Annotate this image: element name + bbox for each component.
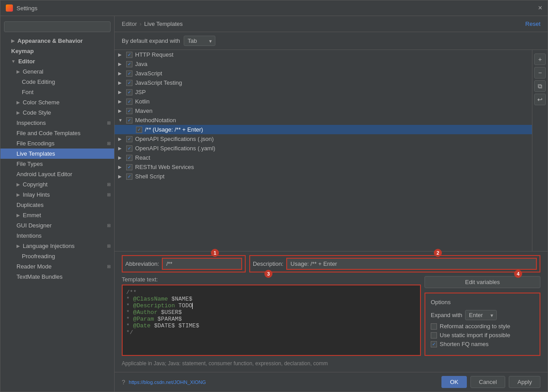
chevron-right-icon: ▶ bbox=[16, 110, 20, 115]
label-shell: Shell Script bbox=[135, 173, 165, 180]
tree-item-maven[interactable]: ▶ Maven bbox=[115, 106, 532, 116]
sidebar-item-code-editing[interactable]: Code Editing bbox=[0, 77, 114, 87]
dialog-body: ▶ Appearance & Behavior Keymap ▼ Editor … bbox=[0, 16, 548, 392]
tree-item-java[interactable]: ▶ Java bbox=[115, 59, 532, 69]
expand-icon: ▶ bbox=[118, 80, 124, 85]
editor-area: 1 2 Abbreviation: Description: 3 4 bbox=[115, 251, 548, 372]
sidebar-item-editor[interactable]: ▼ Editor bbox=[0, 56, 114, 66]
expand-icon: ▶ bbox=[118, 155, 124, 160]
tree-item-jsp[interactable]: ▶ JSP bbox=[115, 87, 532, 97]
shorten-fq-row: Shorten FQ names bbox=[431, 341, 534, 347]
tree-item-openapi-json[interactable]: ▶ OpenAPI Specifications (.json) bbox=[115, 134, 532, 144]
footer-link[interactable]: https://blog.csdn.net/JOHN_XIONG bbox=[129, 380, 206, 385]
expand-icon: ▶ bbox=[118, 146, 124, 151]
check-restful[interactable] bbox=[126, 164, 132, 170]
sidebar-item-appearance[interactable]: ▶ Appearance & Behavior bbox=[0, 36, 114, 46]
check-javascript-testing[interactable] bbox=[126, 80, 132, 86]
check-child[interactable] bbox=[136, 127, 142, 133]
tree-item-openapi-yaml[interactable]: ▶ OpenAPI Specifications (.yaml) bbox=[115, 144, 532, 153]
check-openapi-yaml[interactable] bbox=[126, 145, 132, 152]
check-java[interactable] bbox=[126, 61, 132, 67]
abbreviation-input[interactable] bbox=[162, 258, 242, 270]
undo-button[interactable]: ↩ bbox=[534, 94, 546, 105]
tree-item-shell[interactable]: ▶ Shell Script bbox=[115, 172, 532, 181]
description-input[interactable] bbox=[286, 258, 537, 270]
check-http-request[interactable] bbox=[126, 52, 132, 58]
expand-with-select-wrap: Enter Tab Space bbox=[465, 310, 497, 320]
right-buttons: + − ⧉ ↩ bbox=[532, 50, 548, 251]
tree-item-restful[interactable]: ▶ RESTful Web Services bbox=[115, 162, 532, 172]
add-button[interactable]: + bbox=[534, 54, 546, 65]
tree-item-method-notation[interactable]: ▼ MethodNotation bbox=[115, 116, 532, 125]
reformat-checkbox[interactable] bbox=[431, 323, 437, 330]
reset-link[interactable]: Reset bbox=[525, 21, 540, 27]
static-import-checkbox[interactable] bbox=[431, 332, 437, 338]
label-method-notation: MethodNotation bbox=[135, 117, 176, 124]
tree-item-method-notation-child[interactable]: /** (Usage: /** + Enter) bbox=[115, 125, 532, 134]
expand-with-option-select[interactable]: Enter Tab Space bbox=[465, 310, 497, 320]
description-label: Description: bbox=[253, 260, 284, 267]
sidebar-item-file-code-templates[interactable]: File and Code Templates bbox=[0, 128, 114, 138]
copy-button[interactable]: ⧉ bbox=[534, 80, 546, 92]
tree-item-javascript-testing[interactable]: ▶ JavaScript Testing bbox=[115, 78, 532, 87]
edit-variables-button[interactable]: Edit variables bbox=[424, 276, 540, 288]
check-shell[interactable] bbox=[126, 173, 132, 180]
sidebar-item-inspections[interactable]: Inspections ⊞ bbox=[0, 118, 114, 128]
check-method-notation[interactable] bbox=[126, 117, 132, 124]
apply-button[interactable]: Apply bbox=[509, 376, 540, 388]
remove-button[interactable]: − bbox=[534, 67, 546, 78]
check-openapi-json[interactable] bbox=[126, 136, 132, 142]
ok-button[interactable]: OK bbox=[441, 376, 467, 388]
tree-item-http-request[interactable]: ▶ HTTP Request bbox=[115, 50, 532, 59]
sidebar-item-font[interactable]: Font bbox=[0, 87, 114, 97]
check-react[interactable] bbox=[126, 155, 132, 161]
sidebar-item-live-templates[interactable]: Live Templates bbox=[0, 149, 114, 159]
sidebar-item-proofreading[interactable]: Proofreading bbox=[0, 251, 114, 261]
sidebar-item-color-scheme[interactable]: ▶ Color Scheme bbox=[0, 97, 114, 107]
sidebar-item-code-style[interactable]: ▶ Code Style bbox=[0, 107, 114, 118]
sidebar-item-copyright[interactable]: ▶ Copyright ⊞ bbox=[0, 179, 114, 190]
sidebar-item-emmet[interactable]: ▶ Emmet bbox=[0, 210, 114, 220]
template-list-area: ▶ HTTP Request ▶ Java ▶ JavaScript bbox=[115, 50, 548, 251]
sidebar-item-gui-designer[interactable]: GUI Designer ⊞ bbox=[0, 220, 114, 231]
expand-icon: ▶ bbox=[118, 165, 124, 169]
sidebar-item-inlay-hints[interactable]: ▶ Inlay Hints ⊞ bbox=[0, 190, 114, 200]
expand-icon: ▶ bbox=[118, 99, 124, 104]
code-line-3: * @Description TODO bbox=[126, 302, 416, 309]
check-kotlin[interactable] bbox=[126, 99, 132, 105]
shorten-fq-checkbox[interactable] bbox=[431, 341, 437, 347]
cancel-button[interactable]: Cancel bbox=[470, 376, 505, 388]
sidebar-item-android-layout[interactable]: Android Layout Editor bbox=[0, 169, 114, 179]
tree-item-react[interactable]: ▶ React bbox=[115, 153, 532, 162]
sidebar-item-file-types[interactable]: File Types bbox=[0, 159, 114, 169]
abbreviation-label: Abbreviation: bbox=[125, 260, 159, 267]
tree-item-javascript[interactable]: ▶ JavaScript bbox=[115, 69, 532, 78]
sidebar-item-duplicates[interactable]: Duplicates bbox=[0, 200, 114, 210]
expand-with-select[interactable]: Tab Enter Space bbox=[184, 36, 215, 46]
check-maven[interactable] bbox=[126, 108, 132, 114]
help-icon[interactable]: ? bbox=[122, 379, 125, 386]
check-javascript[interactable] bbox=[126, 70, 132, 77]
expand-icon: ▶ bbox=[118, 90, 124, 95]
inlay-badge: ⊞ bbox=[107, 192, 111, 197]
sidebar-item-language-injections[interactable]: ▶ Language Injections ⊞ bbox=[0, 241, 114, 251]
sidebar-item-general[interactable]: ▶ General bbox=[0, 66, 114, 77]
template-text-area[interactable]: /** * @ClassName $NAME$ * @Description T… bbox=[122, 285, 421, 356]
sidebar-item-file-encodings[interactable]: File Encodings ⊞ bbox=[0, 138, 114, 149]
sidebar-item-textmate[interactable]: TextMate Bundles bbox=[0, 272, 114, 282]
sidebar-search-wrap bbox=[4, 21, 111, 32]
sidebar-item-keymap[interactable]: Keymap bbox=[0, 46, 114, 56]
search-input[interactable] bbox=[4, 21, 111, 32]
sidebar-item-intentions[interactable]: Intentions bbox=[0, 231, 114, 241]
code-line-2: * @ClassName $NAME$ bbox=[126, 296, 416, 302]
sidebar-item-reader-mode[interactable]: Reader Mode ⊞ bbox=[0, 261, 114, 272]
breadcrumb-sep: › bbox=[140, 21, 141, 27]
applicable-text: Applicable in Java; Java: statement, con… bbox=[122, 359, 540, 368]
expand-with-option-label: Expand with bbox=[431, 312, 462, 318]
check-jsp[interactable] bbox=[126, 89, 132, 95]
breadcrumb: Editor › Live Templates bbox=[122, 21, 183, 27]
sidebar: ▶ Appearance & Behavior Keymap ▼ Editor … bbox=[0, 16, 115, 392]
main-header: Editor › Live Templates Reset bbox=[115, 16, 548, 32]
tree-item-kotlin[interactable]: ▶ Kotlin bbox=[115, 97, 532, 106]
close-button[interactable]: × bbox=[538, 4, 542, 12]
